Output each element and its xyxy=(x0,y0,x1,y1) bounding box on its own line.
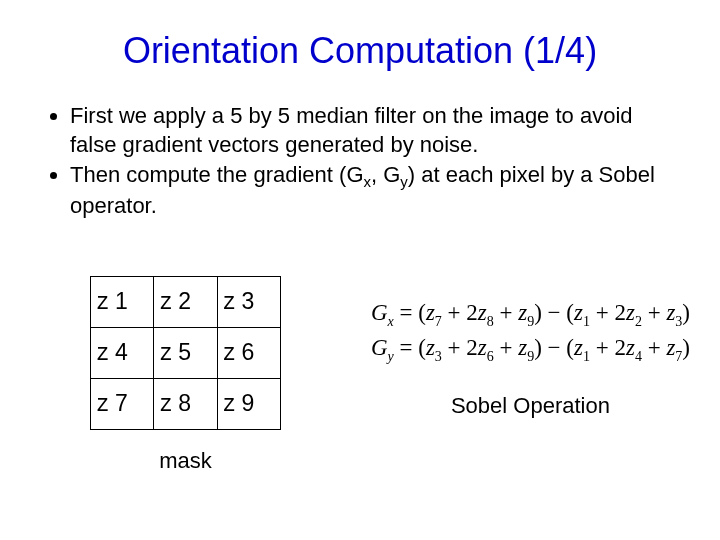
gx-p4: + xyxy=(642,300,666,325)
gy-t6: z xyxy=(666,335,675,360)
gx-t1: z xyxy=(426,300,435,325)
page-title: Orientation Computation (1/4) xyxy=(30,30,690,72)
mask-cell: z 5 xyxy=(154,327,217,378)
bullet-2-pre: Then compute the gradient (G xyxy=(70,162,364,187)
table-row: z 4 z 5 z 6 xyxy=(91,327,281,378)
gx-lhs: G xyxy=(371,300,388,325)
gx-p1: + 2 xyxy=(442,300,478,325)
formula-gx: Gx = (z7 + 2z8 + z9) − (z1 + 2z2 + z3) xyxy=(371,300,690,330)
gy-t5: z xyxy=(626,335,635,360)
gx-t1s: 7 xyxy=(435,313,442,328)
mask-cell: z 7 xyxy=(91,378,154,429)
gy-t4s: 1 xyxy=(583,349,590,364)
gy-t4: z xyxy=(574,335,583,360)
mask-label: mask xyxy=(90,448,281,474)
gx-p3: + 2 xyxy=(590,300,626,325)
gx-t3: z xyxy=(518,300,527,325)
mask-cell: z 8 xyxy=(154,378,217,429)
formula-gy: Gy = (z3 + 2z6 + z9) − (z1 + 2z4 + z7) xyxy=(371,335,690,365)
gx-end: ) xyxy=(682,300,690,325)
gx-sub: x xyxy=(364,174,372,191)
mask-cell: z 1 xyxy=(91,276,154,327)
bullet-list: First we apply a 5 by 5 median filter on… xyxy=(50,102,690,221)
gx-t2: z xyxy=(478,300,487,325)
gy-t2: z xyxy=(478,335,487,360)
gx-t6: z xyxy=(666,300,675,325)
gx-t4: z xyxy=(574,300,583,325)
gx-mid: ) − ( xyxy=(534,300,574,325)
mask-cell: z 9 xyxy=(217,378,280,429)
mask-cell: z 2 xyxy=(154,276,217,327)
gy-t2s: 6 xyxy=(487,349,494,364)
gy-t3: z xyxy=(518,335,527,360)
lower-row: z 1 z 2 z 3 z 4 z 5 z 6 z 7 z 8 z 9 mask xyxy=(30,276,690,474)
mask-cell: z 6 xyxy=(217,327,280,378)
gy-p4: + xyxy=(642,335,666,360)
gy-t5s: 4 xyxy=(635,349,642,364)
gx-t2s: 8 xyxy=(487,313,494,328)
bullet-2-mid: , G xyxy=(371,162,400,187)
gy-t1s: 3 xyxy=(435,349,442,364)
table-row: z 7 z 8 z 9 xyxy=(91,378,281,429)
gy-p2: + xyxy=(494,335,518,360)
gy-end: ) xyxy=(682,335,690,360)
gx-p2: + xyxy=(494,300,518,325)
formula-block: Gx = (z7 + 2z8 + z9) − (z1 + 2z2 + z3) G… xyxy=(371,294,690,419)
mask-cell: z 4 xyxy=(91,327,154,378)
table-row: z 1 z 2 z 3 xyxy=(91,276,281,327)
gy-sub: y xyxy=(400,174,408,191)
bullet-1: First we apply a 5 by 5 median filter on… xyxy=(70,102,680,159)
gy-lhs: G xyxy=(371,335,388,360)
gx-eq: = ( xyxy=(394,300,426,325)
gy-eq: = ( xyxy=(394,335,426,360)
gx-t5s: 2 xyxy=(635,313,642,328)
gx-t4s: 1 xyxy=(583,313,590,328)
mask-table: z 1 z 2 z 3 z 4 z 5 z 6 z 7 z 8 z 9 xyxy=(90,276,281,430)
mask-block: z 1 z 2 z 3 z 4 z 5 z 6 z 7 z 8 z 9 mask xyxy=(90,276,281,474)
bullet-1-text: First we apply a 5 by 5 median filter on… xyxy=(70,103,633,157)
mask-cell: z 3 xyxy=(217,276,280,327)
gy-mid: ) − ( xyxy=(534,335,574,360)
slide: Orientation Computation (1/4) First we a… xyxy=(0,0,720,540)
gy-t1: z xyxy=(426,335,435,360)
gx-t5: z xyxy=(626,300,635,325)
gy-p3: + 2 xyxy=(590,335,626,360)
bullet-2: Then compute the gradient (Gx, Gy) at ea… xyxy=(70,161,680,220)
gy-p1: + 2 xyxy=(442,335,478,360)
sobel-label: Sobel Operation xyxy=(371,393,690,419)
